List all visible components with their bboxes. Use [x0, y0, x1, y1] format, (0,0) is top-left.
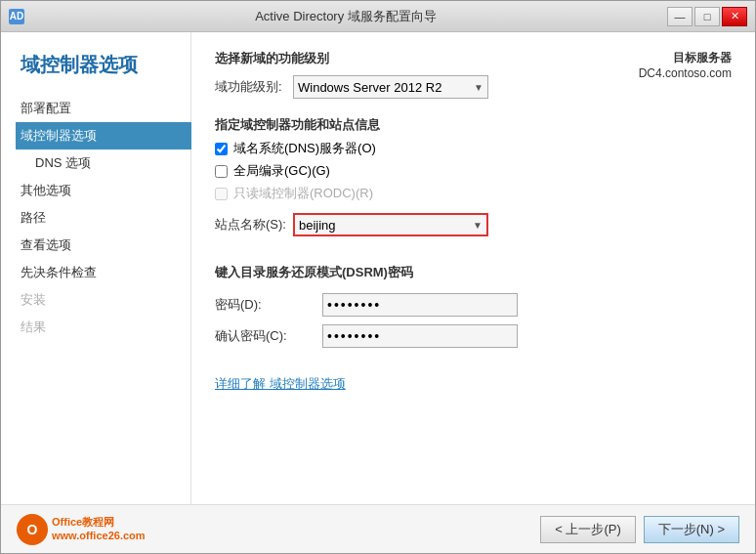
help-link[interactable]: 详细了解 域控制器选项: [215, 376, 346, 391]
checkbox-dns-row: 域名系统(DNS)服务器(O): [215, 140, 732, 157]
sidebar-item-deployment[interactable]: 部署配置: [21, 95, 190, 122]
password-label: 密码(D):: [215, 296, 322, 314]
help-link-row: 详细了解 域控制器选项: [215, 375, 732, 393]
title-bar: AD Active Directory 域服务配置向导 — □ ✕: [1, 1, 755, 32]
checkbox-rodc-row: 只读域控制器(RODC)(R): [215, 185, 732, 202]
confirm-row: 确认密码(C):: [215, 324, 732, 348]
sidebar-item-result: 结果: [21, 314, 190, 341]
domain-level-dropdown[interactable]: Windows Server 2012 R2 ▼: [293, 75, 488, 99]
site-value: beijing: [299, 218, 336, 233]
sidebar-item-prereq[interactable]: 先决条件检查: [21, 259, 190, 286]
domain-level-value: Windows Server 2012 R2: [298, 80, 441, 95]
checkbox-gc-row: 全局编录(GC)(G): [215, 162, 732, 180]
checkbox-rodc-label: 只读域控制器(RODC)(R): [233, 185, 373, 202]
confirm-input[interactable]: [322, 324, 518, 348]
footer: O Office教程网 www.office26.com < 上一步(P) 下一…: [1, 504, 755, 553]
office-icon: O: [17, 514, 48, 545]
logo-text: Office教程网 www.office26.com: [52, 516, 146, 541]
confirm-label: 确认密码(C):: [215, 327, 322, 345]
site-arrow: ▼: [473, 220, 483, 231]
checkbox-gc[interactable]: [215, 165, 228, 178]
content-area: 域控制器选项 部署配置 域控制器选项 DNS 选项 其他选项 路径 查看选项 先…: [1, 32, 755, 504]
window-controls: — □ ✕: [667, 7, 747, 26]
domain-level-arrow: ▼: [474, 82, 483, 93]
window-title: Active Directory 域服务配置向导: [24, 8, 667, 25]
back-button[interactable]: < 上一步(P): [540, 516, 636, 543]
checkbox-rodc: [215, 188, 228, 200]
site-dropdown[interactable]: beijing ▼: [293, 213, 488, 236]
target-server-info: 目标服务器 DC4.contoso.com: [639, 50, 732, 80]
target-server-label: 目标服务器: [639, 50, 732, 66]
sidebar-item-other[interactable]: 其他选项: [21, 177, 190, 204]
sidebar-item-dc-options[interactable]: 域控制器选项: [16, 122, 191, 149]
target-server-value: DC4.contoso.com: [639, 66, 732, 80]
domain-level-label: 域功能级别:: [215, 78, 293, 96]
section2-title: 指定域控制器功能和站点信息: [215, 116, 732, 134]
dsrm-title: 键入目录服务还原模式(DSRM)密码: [215, 264, 732, 281]
next-button[interactable]: 下一步(N) >: [644, 516, 739, 543]
sidebar: 域控制器选项 部署配置 域控制器选项 DNS 选项 其他选项 路径 查看选项 先…: [1, 32, 191, 504]
site-row: 站点名称(S): beijing ▼: [215, 213, 732, 236]
sidebar-item-paths[interactable]: 路径: [21, 204, 190, 232]
logo-line1: Office教程网: [52, 516, 146, 529]
checkbox-dns[interactable]: [215, 143, 228, 155]
main-window: AD Active Directory 域服务配置向导 — □ ✕ 域控制器选项…: [0, 0, 756, 554]
checkbox-gc-label: 全局编录(GC)(G): [233, 162, 330, 180]
main-content: 目标服务器 DC4.contoso.com 选择新域的功能级别 域功能级别: W…: [191, 32, 755, 504]
app-icon: AD: [9, 9, 24, 24]
password-row: 密码(D):: [215, 293, 732, 317]
password-input[interactable]: [322, 293, 518, 317]
site-label: 站点名称(S):: [215, 216, 293, 234]
checkbox-dns-label: 域名系统(DNS)服务器(O): [233, 140, 376, 157]
maximize-button[interactable]: □: [694, 7, 720, 26]
close-button[interactable]: ✕: [722, 7, 747, 26]
page-title: 域控制器选项: [21, 52, 190, 77]
sidebar-item-review[interactable]: 查看选项: [21, 232, 190, 259]
minimize-button[interactable]: —: [667, 7, 693, 26]
footer-logo: O Office教程网 www.office26.com: [17, 514, 146, 545]
sidebar-item-dns[interactable]: DNS 选项: [21, 149, 190, 177]
sidebar-item-install: 安装: [21, 286, 190, 314]
logo-line2: www.office26.com: [52, 530, 146, 542]
dsrm-section: 键入目录服务还原模式(DSRM)密码: [215, 254, 732, 287]
